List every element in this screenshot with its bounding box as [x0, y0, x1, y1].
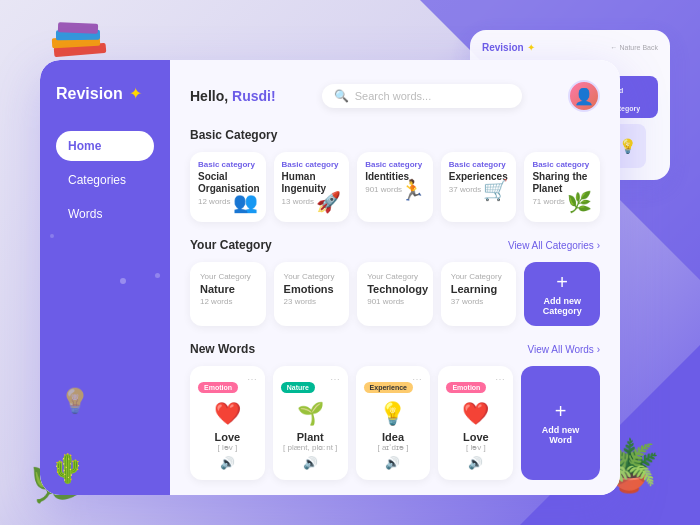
word-badge-3: Emotion: [446, 382, 486, 393]
word-badge-1: Nature: [281, 382, 315, 393]
word-title-2: Idea: [364, 431, 423, 443]
avatar[interactable]: 👤: [568, 80, 600, 112]
word-phonetic-2: [ aɪˈdɪə ]: [364, 443, 423, 452]
new-words-title: New Words: [190, 342, 255, 356]
sidebar-app-name: Revision: [56, 85, 123, 103]
basic-card-label-2: Basic category: [365, 160, 425, 169]
basic-category-title: Basic Category: [190, 128, 600, 142]
add-word-plus-icon: +: [555, 401, 567, 421]
sidebar-logo: Revision ✦: [56, 84, 154, 103]
sidebar-item-home[interactable]: Home: [56, 131, 154, 161]
your-category-title: Your Category: [190, 238, 272, 252]
add-word-label: Add new Word: [531, 425, 590, 445]
word-emoji-1: 🌱: [281, 401, 340, 427]
basic-card-3[interactable]: Basic category Experiences 37 words 🛒: [441, 152, 517, 222]
add-category-label: Add new Category: [534, 296, 590, 316]
word-card-menu-3[interactable]: ⋯: [495, 374, 505, 385]
your-category-header: Your Category View All Categories ›: [190, 238, 600, 252]
sidebar-dot-1: [120, 278, 126, 284]
view-all-arrow: ›: [597, 240, 600, 251]
your-card-label-1: Your Category: [284, 272, 340, 281]
word-card-menu-1[interactable]: ⋯: [330, 374, 340, 385]
view-all-words-arrow: ›: [597, 344, 600, 355]
basic-card-4[interactable]: Basic category Sharing the Planet 71 wor…: [524, 152, 600, 222]
search-bar[interactable]: 🔍 Search words...: [322, 84, 522, 108]
search-placeholder[interactable]: Search words...: [355, 90, 431, 102]
word-card-menu-0[interactable]: ⋯: [247, 374, 257, 385]
sidebar-item-categories[interactable]: Categories: [56, 165, 154, 195]
sidebar-nav: Home Categories Words: [56, 131, 154, 229]
your-card-title-2: Technology: [367, 283, 423, 295]
word-title-3: Love: [446, 431, 505, 443]
word-emoji-2: 💡: [364, 401, 423, 427]
your-card-count-0: 12 words: [200, 297, 256, 306]
basic-card-0[interactable]: Basic category Social Organisation 12 wo…: [190, 152, 266, 222]
floating-app-name: Revision: [482, 42, 524, 53]
floating-logo-icon: ✦: [527, 42, 535, 53]
your-card-2[interactable]: Your Category Technology 901 words: [357, 262, 433, 326]
word-title-0: Love: [198, 431, 257, 443]
word-audio-1[interactable]: 🔊: [281, 456, 340, 470]
add-plus-icon: +: [556, 272, 568, 292]
sidebar-bulb-decoration: 💡: [60, 387, 90, 415]
word-card-1[interactable]: ⋯ Nature 🌱 Plant [ plænt, plɑːnt ] 🔊: [273, 366, 348, 480]
new-words-cards: ⋯ Emotion ❤️ Love [ ləv ] 🔊 ⋯ Nature 🌱 P…: [190, 366, 600, 480]
word-card-2[interactable]: ⋯ Experience 💡 Idea [ aɪˈdɪə ] 🔊: [356, 366, 431, 480]
word-card-3[interactable]: ⋯ Emotion ❤️ Love [ ləv ] 🔊: [438, 366, 513, 480]
sidebar-logo-icon: ✦: [129, 84, 142, 103]
add-new-word-card[interactable]: + Add new Word: [521, 366, 600, 480]
word-phonetic-1: [ plænt, plɑːnt ]: [281, 443, 340, 452]
view-all-categories[interactable]: View All Categories ›: [508, 240, 600, 251]
basic-card-label-1: Basic category: [282, 160, 342, 169]
book-stack-decoration: [50, 10, 110, 55]
floating-breadcrumb: ← Nature Back: [611, 44, 658, 51]
word-card-menu-2[interactable]: ⋯: [412, 374, 422, 385]
your-card-title-0: Nature: [200, 283, 256, 295]
your-card-label-3: Your Category: [451, 272, 507, 281]
basic-category-cards: Basic category Social Organisation 12 wo…: [190, 152, 600, 222]
your-card-title-3: Learning: [451, 283, 507, 295]
word-emoji-3: ❤️: [446, 401, 505, 427]
your-category-cards: Your Category Nature 12 words Your Categ…: [190, 262, 600, 326]
your-card-title-1: Emotions: [284, 283, 340, 295]
word-badge-0: Emotion: [198, 382, 238, 393]
your-card-count-1: 23 words: [284, 297, 340, 306]
add-new-category-card[interactable]: + Add new Category: [524, 262, 600, 326]
sidebar-dot-2: [50, 234, 54, 238]
your-card-label-2: Your Category: [367, 272, 423, 281]
greeting-name: Rusdi!: [232, 88, 276, 104]
your-card-count-3: 37 words: [451, 297, 507, 306]
word-phonetic-0: [ ləv ]: [198, 443, 257, 452]
your-card-1[interactable]: Your Category Emotions 23 words: [274, 262, 350, 326]
sidebar-item-words[interactable]: Words: [56, 199, 154, 229]
word-audio-3[interactable]: 🔊: [446, 456, 505, 470]
greeting: Hello, Rusdi!: [190, 88, 276, 104]
basic-card-label-3: Basic category: [449, 160, 509, 169]
word-audio-2[interactable]: 🔊: [364, 456, 423, 470]
new-words-header: New Words View All Words ›: [190, 342, 600, 356]
sidebar-dot-3: [155, 273, 160, 278]
basic-card-label-0: Basic category: [198, 160, 258, 169]
search-icon: 🔍: [334, 89, 349, 103]
your-card-3[interactable]: Your Category Learning 37 words: [441, 262, 517, 326]
sidebar: Revision ✦ Home Categories Words 💡 🌵: [40, 60, 170, 495]
sidebar-plant-decoration: 🌵: [50, 452, 85, 485]
your-card-0[interactable]: Your Category Nature 12 words: [190, 262, 266, 326]
word-card-0[interactable]: ⋯ Emotion ❤️ Love [ ləv ] 🔊: [190, 366, 265, 480]
word-phonetic-3: [ ləv ]: [446, 443, 505, 452]
avatar-emoji: 👤: [574, 87, 594, 106]
word-emoji-0: ❤️: [198, 401, 257, 427]
main-content: Hello, Rusdi! 🔍 Search words... 👤 Basic …: [170, 60, 620, 495]
word-audio-0[interactable]: 🔊: [198, 456, 257, 470]
word-badge-2: Experience: [364, 382, 413, 393]
basic-card-label-4: Basic category: [532, 160, 592, 169]
your-card-label-0: Your Category: [200, 272, 256, 281]
main-card: Revision ✦ Home Categories Words 💡 🌵 Hel…: [40, 60, 620, 495]
basic-card-2[interactable]: Basic category Identities 901 words 🏃: [357, 152, 433, 222]
view-all-words[interactable]: View All Words ›: [528, 344, 600, 355]
header: Hello, Rusdi! 🔍 Search words... 👤: [190, 80, 600, 112]
your-card-count-2: 901 words: [367, 297, 423, 306]
word-title-1: Plant: [281, 431, 340, 443]
basic-card-1[interactable]: Basic category Human Ingenuity 13 words …: [274, 152, 350, 222]
